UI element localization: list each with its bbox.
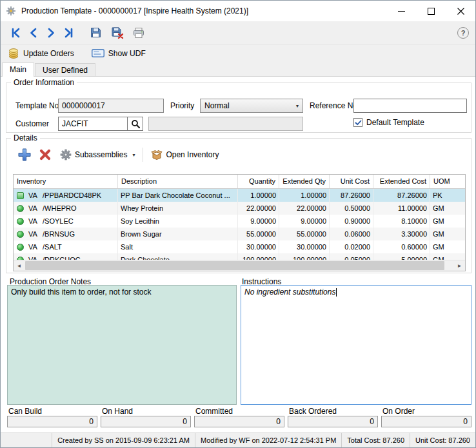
minimize-button[interactable] <box>386 1 416 21</box>
last-record-button[interactable] <box>59 24 77 41</box>
extended-qty-cell: 9.00000 <box>279 215 330 228</box>
created-by-status: Created by SS on 2015-09-09 6:23:21 AM <box>52 433 195 447</box>
column-header-quantity[interactable]: Quantity <box>238 175 279 188</box>
status-green-dot-icon <box>17 244 24 251</box>
column-header-inventory[interactable]: Inventory <box>14 175 118 188</box>
save-close-icon <box>111 26 124 39</box>
minimize-icon <box>398 8 405 15</box>
table-row[interactable]: VA /SALT Salt 30.00000 30.00000 0.02000 … <box>14 240 465 253</box>
description-cell: Brown Sugar <box>118 228 238 240</box>
open-inventory-button[interactable]: Open Inventory <box>146 145 223 164</box>
table-row[interactable]: VA /WHEPRO Whey Protein 22.00000 22.0000… <box>14 202 465 215</box>
description-cell: Whey Protein <box>118 202 238 215</box>
scroll-right-icon[interactable]: ► <box>454 260 465 271</box>
close-button[interactable] <box>446 1 475 21</box>
update-orders-icon <box>8 48 19 59</box>
default-template-checkbox[interactable]: Default Template <box>353 118 424 127</box>
window-controls <box>386 1 475 21</box>
grid-body: VA /PPBARDCD48PK PP Bar Dark Chocolate C… <box>14 189 465 261</box>
main-content: Order Information Template No 0000000017… <box>1 76 475 433</box>
column-header-unit-cost[interactable]: Unit Cost <box>330 175 373 188</box>
uom-cell: GM <box>430 215 465 228</box>
update-orders-label: Update Orders <box>23 49 74 58</box>
checkbox-box <box>353 118 362 127</box>
status-green-dot-icon <box>17 231 24 238</box>
reference-no-field[interactable] <box>353 99 467 113</box>
next-record-button[interactable] <box>42 24 59 41</box>
status-green-dot-icon <box>17 218 24 225</box>
unit-cost-cell: 87.26000 <box>330 189 373 202</box>
tab-main[interactable]: Main <box>2 63 34 77</box>
close-icon <box>457 8 464 15</box>
column-header-uom[interactable]: UOM <box>430 175 465 188</box>
instructions-textarea[interactable]: No ingredient substitutions <box>241 285 471 405</box>
table-row[interactable]: VA /SOYLEC Soy Lecithin 9.00000 9.00000 … <box>14 215 465 228</box>
previous-record-button[interactable] <box>25 24 42 41</box>
priority-value: Normal <box>204 101 230 110</box>
update-orders-button[interactable]: Update Orders <box>5 46 79 61</box>
committed-field: 0 <box>194 416 284 427</box>
extended-cost-cell: 0.60000 <box>373 240 430 253</box>
save-button[interactable] <box>87 24 104 41</box>
extended-cost-cell: 87.26000 <box>373 189 430 202</box>
app-icon <box>6 6 16 16</box>
part-number: /PPBARDCD48PK <box>43 191 101 199</box>
delete-line-button[interactable] <box>35 145 55 164</box>
last-record-icon <box>63 28 74 38</box>
column-header-extended-cost[interactable]: Extended Cost <box>373 175 430 188</box>
customer-search-button[interactable] <box>128 117 143 131</box>
order-information-group: Order Information Template No 0000000017… <box>6 83 471 133</box>
part-number: /BRNSUG <box>43 230 75 238</box>
column-header-description[interactable]: Description <box>118 175 238 188</box>
unit-cost-cell: 0.50000 <box>330 202 373 215</box>
save-close-button[interactable] <box>108 24 126 41</box>
subassemblies-button[interactable]: Subassemblies ▾ <box>55 145 139 164</box>
customer-field[interactable]: JACFIT <box>58 117 128 131</box>
warehouse-code: VA <box>28 243 43 251</box>
horizontal-scrollbar[interactable]: ◄ ► <box>14 260 465 271</box>
production-template-window: Production Template - 0000000017 [Inspir… <box>0 0 476 448</box>
reference-no-label: Reference No <box>310 101 357 110</box>
details-toolbar: Subassemblies ▾ Open Inventory <box>14 144 223 166</box>
show-udf-label: Show UDF <box>108 49 146 58</box>
maximize-button[interactable] <box>416 1 446 21</box>
template-no-label: Template No <box>15 101 59 110</box>
check-icon <box>355 119 362 126</box>
template-no-field[interactable]: 0000000017 <box>58 99 164 113</box>
quantity-cell: 1.00000 <box>238 189 279 202</box>
production-order-notes-textarea[interactable]: Only build this item to order, not for s… <box>7 285 237 405</box>
on-hand-field: 0 <box>101 416 191 427</box>
part-number: /WHEPRO <box>43 204 77 212</box>
delete-x-icon <box>38 148 52 162</box>
extended-cost-cell: 11.00000 <box>373 202 430 215</box>
total-cost-status: Total Cost: 87.260 <box>341 433 410 447</box>
unit-cost-cell: 0.02000 <box>330 240 373 253</box>
actions-toolbar: Update Orders Show UDF <box>1 44 475 62</box>
add-line-button[interactable] <box>14 145 35 164</box>
inventory-box-icon <box>151 150 163 160</box>
warehouse-code: VA <box>28 217 43 225</box>
help-icon[interactable]: ? <box>457 27 469 39</box>
titlebar: Production Template - 0000000017 [Inspir… <box>1 1 475 21</box>
show-udf-button[interactable]: Show UDF <box>88 47 151 60</box>
extended-qty-cell: 22.00000 <box>279 202 330 215</box>
extended-qty-cell: 1.00000 <box>279 189 330 202</box>
extended-qty-cell: 30.00000 <box>279 240 330 253</box>
table-row[interactable]: VA /BRNSUG Brown Sugar 55.00000 55.00000… <box>14 228 465 240</box>
table-row[interactable]: VA /PPBARDCD48PK PP Bar Dark Chocolate C… <box>14 189 465 202</box>
priority-select[interactable]: Normal ▾ <box>200 99 303 113</box>
first-record-button[interactable] <box>7 24 25 41</box>
description-cell: Salt <box>118 240 238 253</box>
column-header-extended-qty[interactable]: Extended Qty <box>279 175 330 188</box>
scroll-left-icon[interactable]: ◄ <box>14 260 25 271</box>
warehouse-code: VA <box>28 230 43 238</box>
tab-user-defined[interactable]: User Defined <box>35 63 95 76</box>
print-button[interactable] <box>130 24 147 41</box>
scrollbar-thumb[interactable] <box>25 261 444 270</box>
can-build-field: 0 <box>7 416 97 427</box>
customer-label: Customer <box>15 119 49 128</box>
search-icon <box>131 119 140 128</box>
quantity-cell: 55.00000 <box>238 228 279 240</box>
save-icon <box>90 26 102 39</box>
description-cell: Soy Lecithin <box>118 215 238 228</box>
